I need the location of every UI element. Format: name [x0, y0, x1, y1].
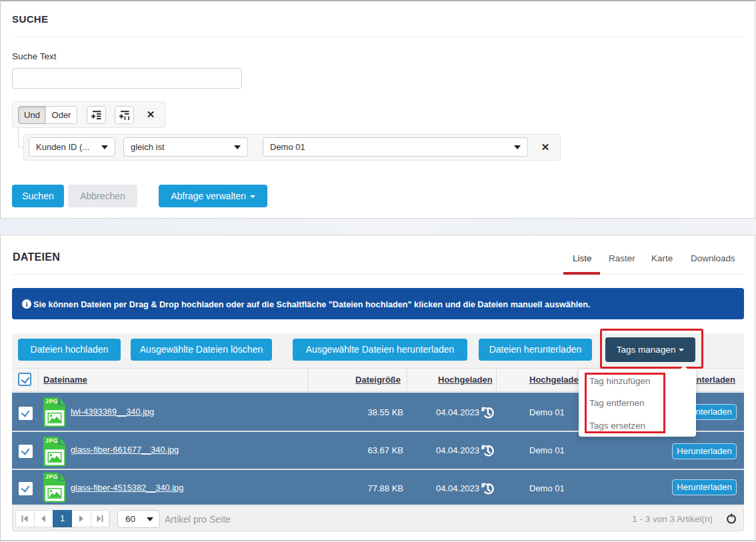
svg-text:JPG: JPG	[45, 473, 58, 480]
svg-text:JPG: JPG	[45, 437, 58, 444]
svg-text:JPG: JPG	[45, 398, 58, 405]
